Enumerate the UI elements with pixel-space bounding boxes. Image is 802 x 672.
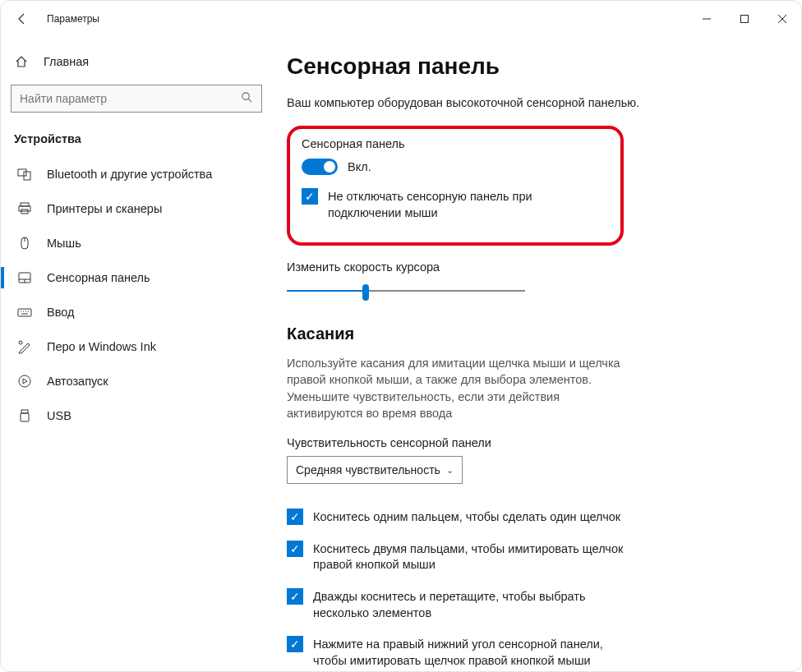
sensitivity-dropdown[interactable]: Средняя чувствительность ⌄ [287, 456, 463, 484]
cursor-speed-slider[interactable] [287, 282, 525, 301]
maximize-button[interactable] [726, 1, 763, 37]
svg-point-4 [242, 93, 249, 99]
svg-rect-24 [21, 410, 28, 413]
sidebar-home[interactable]: Главная [7, 48, 265, 75]
main-panel: Сенсорная панель Ваш компьютер оборудова… [272, 37, 801, 671]
check-label: Дважды коснитесь и перетащите, чтобы выб… [313, 588, 632, 621]
cursor-speed-label: Изменить скорость курсора [287, 260, 777, 274]
sidebar-item-label: Перо и Windows Ink [47, 340, 156, 353]
sidebar-item-autoplay[interactable]: Автозапуск [7, 364, 265, 398]
sidebar-item-label: Bluetooth и другие устройства [47, 168, 212, 181]
back-button[interactable] [16, 12, 29, 25]
sidebar-item-usb[interactable]: USB [7, 398, 265, 433]
keep-on-mouse-label: Не отключать сенсорную панель при подклю… [328, 188, 609, 221]
sensitivity-value: Средняя чувствительность [296, 463, 440, 476]
sidebar-item-typing[interactable]: Ввод [7, 295, 265, 329]
sidebar-item-mouse[interactable]: Мышь [7, 226, 265, 260]
svg-rect-1 [741, 16, 749, 23]
page-title: Сенсорная панель [287, 53, 777, 80]
close-button[interactable] [763, 1, 801, 37]
sidebar-item-label: Сенсорная панель [47, 271, 150, 284]
touchpad-toggle-state: Вкл. [348, 160, 371, 173]
tap-two-finger-checkbox[interactable]: ✓ [287, 541, 303, 557]
keyboard-icon [17, 305, 32, 320]
sensitivity-label: Чувствительность сенсорной панели [287, 436, 777, 449]
window-controls [688, 1, 801, 37]
pen-icon [17, 339, 32, 354]
svg-rect-9 [19, 206, 30, 211]
touchpad-group-label: Сенсорная панель [302, 137, 609, 150]
touchpad-icon [17, 270, 32, 285]
sidebar-item-label: Мышь [47, 237, 81, 250]
mouse-icon [17, 236, 32, 251]
sidebar-item-pen[interactable]: Перо и Windows Ink [7, 329, 265, 364]
svg-line-5 [248, 99, 251, 102]
svg-point-22 [19, 341, 22, 344]
page-subtitle: Ваш компьютер оборудован высокоточной се… [287, 96, 777, 109]
touchpad-toggle[interactable] [302, 159, 338, 175]
double-tap-drag-checkbox[interactable]: ✓ [287, 588, 303, 605]
app-title: Параметры [47, 13, 99, 25]
check-label: Нажмите на правый нижний угол сенсорной … [313, 636, 632, 669]
search-input[interactable]: Найти параметр [11, 85, 262, 113]
sidebar-section-label: Устройства [7, 127, 265, 157]
touch-options: ✓ Коснитесь одним пальцем, чтобы сделать… [287, 509, 777, 669]
chevron-down-icon: ⌄ [446, 465, 454, 476]
svg-rect-6 [18, 169, 26, 176]
sidebar-home-label: Главная [44, 55, 89, 68]
svg-rect-8 [21, 203, 29, 206]
titlebar: Параметры [1, 1, 801, 37]
highlight-box: Сенсорная панель Вкл. ✓ Не отключать сен… [287, 126, 624, 246]
tap-one-finger-checkbox[interactable]: ✓ [287, 509, 303, 525]
search-icon [241, 91, 253, 106]
home-icon [14, 55, 29, 68]
svg-rect-16 [18, 309, 31, 316]
search-placeholder: Найти параметр [20, 92, 107, 105]
svg-point-23 [19, 375, 30, 387]
check-label: Коснитесь одним пальцем, чтобы сделать о… [313, 509, 620, 526]
svg-rect-25 [21, 413, 29, 421]
sidebar-item-label: Автозапуск [47, 375, 108, 388]
sidebar-item-touchpad[interactable]: Сенсорная панель [7, 260, 265, 295]
minimize-button[interactable] [688, 1, 726, 37]
sidebar-item-printers[interactable]: Принтеры и сканеры [7, 191, 265, 226]
sidebar-item-label: Принтеры и сканеры [47, 202, 162, 215]
sidebar-item-label: USB [47, 409, 71, 422]
devices-icon [17, 167, 32, 182]
printer-icon [17, 201, 32, 216]
sidebar-item-bluetooth[interactable]: Bluetooth и другие устройства [7, 157, 265, 191]
touches-heading: Касания [287, 324, 777, 343]
press-corner-checkbox[interactable]: ✓ [287, 636, 303, 652]
autoplay-icon [17, 374, 32, 389]
sidebar-item-label: Ввод [47, 306, 74, 319]
sidebar: Главная Найти параметр Устройства Blueto… [1, 37, 272, 671]
touches-description: Используйте касания для имитации щелчка … [287, 355, 632, 421]
usb-icon [17, 408, 32, 423]
keep-on-mouse-checkbox[interactable]: ✓ [302, 188, 318, 205]
check-label: Коснитесь двумя пальцами, чтобы имитиров… [313, 541, 632, 573]
